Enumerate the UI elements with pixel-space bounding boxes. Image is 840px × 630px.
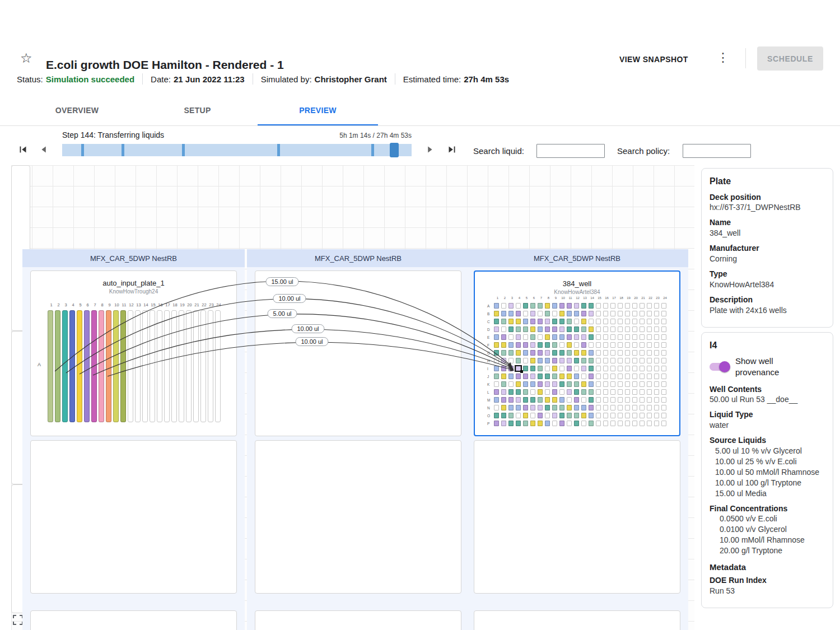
well[interactable]	[523, 311, 528, 316]
well[interactable]	[610, 405, 615, 410]
empty-plate-slot[interactable]	[474, 440, 680, 594]
well[interactable]	[581, 389, 586, 395]
well[interactable]	[610, 358, 615, 363]
well[interactable]	[574, 358, 579, 363]
well[interactable]	[640, 326, 645, 332]
well[interactable]	[618, 311, 623, 316]
well[interactable]	[647, 421, 652, 426]
well[interactable]	[494, 334, 499, 340]
trough-well[interactable]	[69, 310, 75, 422]
well[interactable]	[618, 303, 623, 309]
well[interactable]	[567, 397, 572, 403]
well[interactable]	[501, 366, 506, 371]
well[interactable]	[545, 374, 550, 379]
well[interactable]	[508, 311, 514, 316]
well[interactable]	[625, 421, 630, 426]
well[interactable]	[501, 303, 506, 309]
well[interactable]	[567, 366, 572, 371]
well[interactable]	[508, 413, 514, 418]
well[interactable]	[647, 397, 652, 403]
well[interactable]	[501, 381, 506, 387]
well[interactable]	[530, 389, 535, 395]
well[interactable]	[589, 374, 594, 379]
well[interactable]	[567, 319, 572, 324]
well[interactable]	[552, 397, 557, 403]
well[interactable]	[567, 405, 572, 410]
well[interactable]	[523, 342, 528, 348]
well[interactable]	[654, 421, 659, 426]
well[interactable]	[625, 374, 630, 379]
well[interactable]	[603, 334, 608, 340]
well[interactable]	[559, 311, 564, 316]
well[interactable]	[632, 342, 637, 348]
well[interactable]	[581, 405, 586, 410]
well[interactable]	[501, 405, 506, 410]
well[interactable]	[610, 413, 615, 418]
tab-setup[interactable]: SETUP	[137, 96, 258, 126]
well[interactable]	[494, 358, 499, 363]
well[interactable]	[501, 389, 506, 395]
well[interactable]	[516, 374, 521, 379]
well[interactable]	[559, 358, 564, 363]
well[interactable]	[632, 358, 637, 363]
well[interactable]	[589, 303, 594, 309]
well[interactable]	[654, 303, 659, 309]
well[interactable]	[516, 381, 521, 387]
well[interactable]	[625, 303, 630, 309]
well[interactable]	[559, 421, 564, 426]
well[interactable]	[494, 319, 499, 324]
well[interactable]	[647, 342, 652, 348]
well[interactable]	[661, 319, 666, 324]
well[interactable]	[523, 358, 528, 363]
well[interactable]	[574, 366, 579, 371]
well[interactable]	[538, 326, 543, 332]
well[interactable]	[661, 421, 666, 426]
timeline-handle[interactable]	[390, 143, 399, 157]
well[interactable]	[538, 358, 543, 363]
well[interactable]	[654, 405, 659, 410]
trough-well[interactable]	[48, 310, 53, 422]
well[interactable]	[508, 303, 514, 309]
well[interactable]	[559, 374, 564, 379]
well[interactable]	[545, 326, 550, 332]
well[interactable]	[640, 319, 645, 324]
well[interactable]	[552, 366, 557, 371]
previous-step-button[interactable]	[36, 142, 53, 158]
well[interactable]	[559, 334, 564, 340]
well[interactable]	[494, 381, 499, 387]
well[interactable]	[640, 358, 645, 363]
well[interactable]	[516, 413, 521, 418]
well[interactable]	[596, 413, 601, 418]
well[interactable]	[530, 350, 535, 356]
well[interactable]	[610, 350, 615, 356]
well[interactable]	[589, 421, 594, 426]
well[interactable]	[589, 405, 594, 410]
well[interactable]	[508, 405, 514, 410]
well[interactable]	[632, 421, 637, 426]
well[interactable]	[661, 334, 666, 340]
well[interactable]	[610, 374, 615, 379]
trough-well[interactable]	[106, 310, 111, 422]
well[interactable]	[545, 389, 550, 395]
well[interactable]	[589, 358, 594, 363]
well[interactable]	[632, 350, 637, 356]
well[interactable]	[567, 334, 572, 340]
well[interactable]	[559, 350, 564, 356]
well[interactable]	[545, 334, 550, 340]
well[interactable]	[538, 342, 543, 348]
well[interactable]	[530, 374, 535, 379]
well[interactable]	[654, 366, 659, 371]
well[interactable]	[640, 421, 645, 426]
well[interactable]	[596, 421, 601, 426]
well[interactable]	[618, 421, 623, 426]
well[interactable]	[647, 381, 652, 387]
well[interactable]	[654, 326, 659, 332]
well[interactable]	[545, 350, 550, 356]
well[interactable]	[559, 366, 564, 371]
well[interactable]	[523, 303, 528, 309]
well[interactable]	[589, 389, 594, 395]
well[interactable]	[632, 319, 637, 324]
well[interactable]	[589, 381, 594, 387]
well[interactable]	[610, 326, 615, 332]
well[interactable]	[647, 319, 652, 324]
